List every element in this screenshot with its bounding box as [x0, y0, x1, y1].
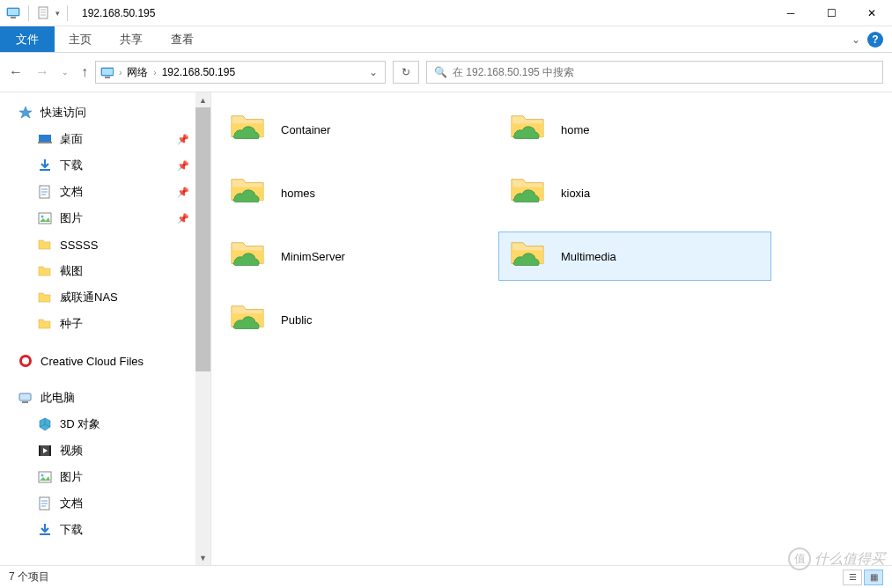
sidebar-quick-access[interactable]: 快速访问 — [0, 99, 210, 126]
content-pane: ContainerhomehomeskioxiaMinimServerMulti… — [211, 92, 892, 565]
sidebar-item[interactable]: 图片📌 — [0, 205, 210, 232]
share-folder-icon — [226, 175, 269, 210]
search-box[interactable]: 🔍 — [426, 61, 883, 84]
sidebar-item[interactable]: 文档 — [0, 490, 210, 517]
share-item[interactable]: MinimServer — [218, 232, 491, 281]
ribbon: 文件 主页 共享 查看 ⌄ ? — [0, 26, 892, 53]
scroll-down-button[interactable]: ▼ — [195, 550, 210, 565]
address-bar[interactable]: › 网络 › 192.168.50.195 ⌄ — [95, 61, 386, 84]
pin-icon: 📌 — [177, 134, 189, 145]
share-item[interactable]: homes — [218, 168, 491, 217]
sidebar-item-label: 文档 — [60, 184, 83, 200]
file-tab[interactable]: 文件 — [0, 26, 55, 52]
share-item[interactable]: Container — [218, 105, 491, 154]
share-item[interactable]: Multimedia — [498, 232, 771, 281]
sidebar-item-label: 下载 — [60, 158, 83, 173]
share-item[interactable]: kioxia — [498, 168, 771, 217]
share-folder-icon — [226, 239, 269, 274]
view-details-button[interactable]: ☰ — [843, 570, 862, 585]
sidebar-item[interactable]: 视频 — [0, 437, 210, 464]
share-label: Public — [281, 313, 312, 327]
recent-locations-button[interactable]: ⌄ — [62, 68, 69, 77]
share-label: home — [561, 123, 590, 136]
view-icons-button[interactable]: ▦ — [864, 570, 883, 585]
share-label: Container — [281, 123, 330, 136]
share-folder-icon — [226, 302, 269, 337]
titlebar: ▾ 192.168.50.195 ─ ☐ ✕ — [0, 0, 892, 26]
sidebar-item[interactable]: 图片 — [0, 464, 210, 490]
sidebar-item-label: 桌面 — [60, 131, 83, 147]
status-bar: 7 个项目 ☰ ▦ — [0, 565, 892, 588]
address-dropdown-icon[interactable]: ⌄ — [365, 66, 381, 78]
help-button[interactable]: ? — [867, 32, 883, 48]
sidebar-item-label: 种子 — [60, 316, 83, 332]
scrollbar[interactable]: ▲ ▼ — [195, 92, 210, 565]
sidebar-item[interactable]: 下载 — [0, 517, 210, 543]
search-input[interactable] — [453, 66, 875, 78]
sidebar-item-label: 文档 — [60, 496, 83, 511]
pin-icon: 📌 — [177, 160, 189, 172]
share-folder-icon — [506, 175, 549, 210]
sidebar-item[interactable]: 文档📌 — [0, 179, 210, 205]
tab-home[interactable]: 主页 — [55, 26, 106, 52]
share-folder-icon — [506, 112, 549, 147]
address-icon — [100, 65, 114, 79]
maximize-button[interactable]: ☐ — [811, 0, 851, 26]
pin-icon: 📌 — [177, 187, 189, 198]
sidebar-item[interactable]: 截图 — [0, 258, 210, 284]
sidebar: 快速访问桌面📌下载📌文档📌图片📌SSSSS截图威联通NAS种子Creative … — [0, 92, 211, 565]
share-label: kioxia — [561, 187, 590, 200]
scroll-thumb[interactable] — [195, 107, 210, 371]
share-label: Multimedia — [561, 250, 616, 263]
sidebar-item-label: 3D 对象 — [60, 416, 100, 432]
qat-dropdown-icon[interactable]: ▾ — [55, 9, 60, 18]
share-label: homes — [281, 187, 315, 200]
scroll-up-button[interactable]: ▲ — [195, 92, 210, 107]
search-icon: 🔍 — [434, 66, 447, 78]
refresh-button[interactable]: ↻ — [393, 61, 419, 84]
back-button[interactable]: ← — [9, 64, 23, 80]
sidebar-item[interactable]: 桌面📌 — [0, 126, 210, 152]
window-title: 192.168.50.195 — [82, 7, 155, 19]
up-button[interactable]: ↑ — [81, 64, 88, 80]
sidebar-item[interactable]: 下载📌 — [0, 152, 210, 179]
tab-share[interactable]: 共享 — [106, 26, 157, 52]
sidebar-this-pc[interactable]: 此电脑 — [0, 385, 210, 411]
ribbon-expand-icon[interactable]: ⌄ — [851, 33, 860, 46]
share-item[interactable]: Public — [218, 295, 491, 344]
pin-icon: 📌 — [177, 213, 189, 224]
tab-view[interactable]: 查看 — [157, 26, 208, 52]
qat-properties-icon[interactable] — [36, 5, 52, 21]
sidebar-item[interactable]: 种子 — [0, 311, 210, 337]
sidebar-item-label: 视频 — [60, 443, 83, 459]
share-folder-icon — [506, 239, 549, 274]
sidebar-item[interactable]: 3D 对象 — [0, 411, 210, 437]
share-folder-icon — [226, 112, 269, 147]
chevron-right-icon[interactable]: › — [119, 68, 122, 77]
share-item[interactable]: home — [498, 105, 771, 154]
sidebar-item-label: 威联通NAS — [60, 290, 118, 305]
chevron-right-icon[interactable]: › — [153, 68, 156, 77]
sidebar-creative-cloud[interactable]: Creative Cloud Files — [0, 348, 210, 374]
sidebar-item-label: 图片 — [60, 469, 83, 485]
app-icon — [5, 5, 21, 21]
breadcrumb-network[interactable]: 网络 — [127, 65, 148, 80]
sidebar-item-label: 截图 — [60, 263, 83, 279]
sidebar-item[interactable]: SSSSS — [0, 232, 210, 258]
share-label: MinimServer — [281, 250, 345, 263]
sidebar-item-label: 下载 — [60, 522, 83, 538]
nav-row: ← → ⌄ ↑ › 网络 › 192.168.50.195 ⌄ ↻ 🔍 — [0, 53, 892, 92]
close-button[interactable]: ✕ — [851, 0, 892, 26]
sidebar-item-label: 图片 — [60, 210, 83, 226]
forward-button[interactable]: → — [35, 64, 49, 80]
status-count: 7 个项目 — [9, 570, 49, 584]
sidebar-item[interactable]: 威联通NAS — [0, 284, 210, 311]
minimize-button[interactable]: ─ — [770, 0, 811, 26]
breadcrumb-host[interactable]: 192.168.50.195 — [162, 66, 235, 78]
sidebar-item-label: SSSSS — [60, 239, 98, 252]
